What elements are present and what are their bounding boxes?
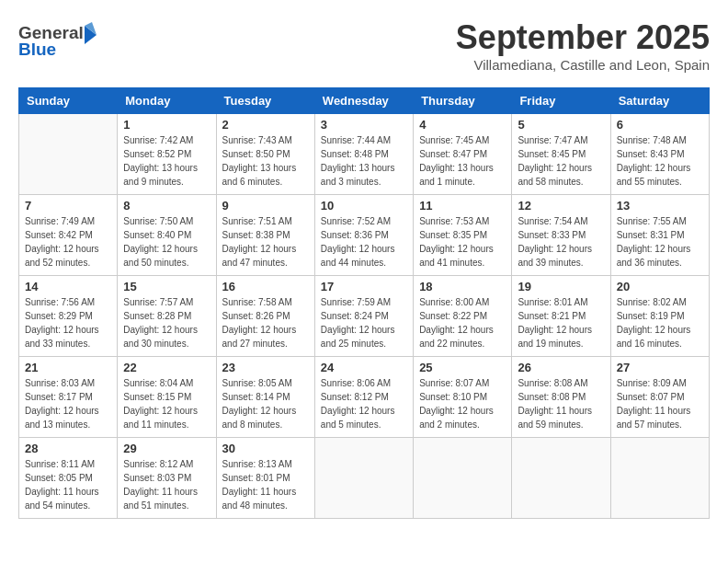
week-row-2: 7Sunrise: 7:49 AMSunset: 8:42 PMDaylight… — [19, 195, 710, 276]
calendar-cell: 22Sunrise: 8:04 AMSunset: 8:15 PMDayligh… — [118, 357, 216, 438]
day-number: 7 — [25, 199, 111, 213]
calendar-cell: 24Sunrise: 8:06 AMSunset: 8:12 PMDayligh… — [314, 357, 413, 438]
day-number: 8 — [123, 199, 210, 213]
day-number: 12 — [518, 199, 604, 213]
day-number: 19 — [518, 280, 604, 293]
day-number: 30 — [222, 442, 309, 455]
calendar-cell: 23Sunrise: 8:05 AMSunset: 8:14 PMDayligh… — [216, 357, 314, 438]
calendar-cell: 29Sunrise: 8:12 AMSunset: 8:03 PMDayligh… — [118, 438, 216, 519]
calendar-cell: 6Sunrise: 7:48 AMSunset: 8:43 PMDaylight… — [610, 114, 709, 195]
day-number: 3 — [321, 118, 407, 132]
calendar-cell: 20Sunrise: 8:02 AMSunset: 8:19 PMDayligh… — [610, 276, 709, 357]
title-section: September 2025 Villamediana, Castille an… — [456, 18, 710, 73]
weekday-header-row: SundayMondayTuesdayWednesdayThursdayFrid… — [19, 88, 710, 114]
day-info: Sunrise: 7:54 AMSunset: 8:33 PMDaylight:… — [518, 214, 604, 270]
day-info: Sunrise: 8:03 AMSunset: 8:17 PMDaylight:… — [25, 376, 111, 431]
day-number: 27 — [617, 361, 703, 374]
day-info: Sunrise: 7:47 AMSunset: 8:45 PMDaylight:… — [518, 133, 604, 189]
day-info: Sunrise: 7:53 AMSunset: 8:35 PMDaylight:… — [419, 214, 506, 270]
day-number: 9 — [222, 199, 309, 213]
calendar-cell: 30Sunrise: 8:13 AMSunset: 8:01 PMDayligh… — [216, 438, 314, 519]
calendar-cell: 16Sunrise: 7:58 AMSunset: 8:26 PMDayligh… — [216, 276, 314, 357]
page-header: General Blue September 2025 Villamediana… — [18, 18, 710, 73]
day-number: 11 — [419, 199, 506, 213]
day-info: Sunrise: 7:44 AMSunset: 8:48 PMDaylight:… — [321, 133, 407, 189]
calendar-cell: 28Sunrise: 8:11 AMSunset: 8:05 PMDayligh… — [19, 438, 118, 519]
day-number: 18 — [419, 280, 506, 293]
calendar-cell: 15Sunrise: 7:57 AMSunset: 8:28 PMDayligh… — [118, 276, 216, 357]
calendar-cell: 2Sunrise: 7:43 AMSunset: 8:50 PMDaylight… — [216, 114, 314, 195]
calendar-cell: 14Sunrise: 7:56 AMSunset: 8:29 PMDayligh… — [19, 276, 118, 357]
day-number: 10 — [321, 199, 407, 213]
day-info: Sunrise: 7:56 AMSunset: 8:29 PMDaylight:… — [25, 295, 111, 350]
calendar-cell: 27Sunrise: 8:09 AMSunset: 8:07 PMDayligh… — [610, 357, 709, 438]
weekday-header-thursday: Thursday — [414, 88, 512, 114]
week-row-4: 21Sunrise: 8:03 AMSunset: 8:17 PMDayligh… — [19, 357, 710, 438]
calendar-cell — [314, 438, 413, 519]
week-row-5: 28Sunrise: 8:11 AMSunset: 8:05 PMDayligh… — [19, 438, 710, 519]
day-info: Sunrise: 8:08 AMSunset: 8:08 PMDaylight:… — [518, 376, 604, 431]
day-number: 5 — [518, 118, 604, 132]
day-number: 29 — [123, 442, 210, 455]
calendar-cell: 17Sunrise: 7:59 AMSunset: 8:24 PMDayligh… — [314, 276, 413, 357]
logo-icon: General Blue — [18, 18, 101, 60]
day-number: 25 — [419, 361, 506, 374]
day-info: Sunrise: 7:43 AMSunset: 8:50 PMDaylight:… — [222, 133, 309, 189]
day-number: 22 — [123, 361, 210, 374]
day-number: 16 — [222, 280, 309, 293]
calendar-cell: 8Sunrise: 7:50 AMSunset: 8:40 PMDaylight… — [118, 195, 216, 276]
weekday-header-wednesday: Wednesday — [314, 88, 413, 114]
calendar-cell — [512, 438, 610, 519]
day-number: 17 — [321, 280, 407, 293]
weekday-header-sunday: Sunday — [19, 88, 118, 114]
day-number: 28 — [25, 442, 111, 455]
calendar-cell: 12Sunrise: 7:54 AMSunset: 8:33 PMDayligh… — [512, 195, 610, 276]
day-number: 15 — [123, 280, 210, 293]
calendar-cell: 1Sunrise: 7:42 AMSunset: 8:52 PMDaylight… — [118, 114, 216, 195]
calendar-cell: 13Sunrise: 7:55 AMSunset: 8:31 PMDayligh… — [610, 195, 709, 276]
day-info: Sunrise: 8:00 AMSunset: 8:22 PMDaylight:… — [419, 295, 506, 350]
day-number: 21 — [25, 361, 111, 374]
location: Villamediana, Castille and Leon, Spain — [456, 57, 710, 73]
day-number: 2 — [222, 118, 309, 132]
day-info: Sunrise: 7:52 AMSunset: 8:36 PMDaylight:… — [321, 214, 407, 270]
day-info: Sunrise: 8:06 AMSunset: 8:12 PMDaylight:… — [321, 376, 407, 431]
weekday-header-saturday: Saturday — [610, 88, 709, 114]
day-info: Sunrise: 8:11 AMSunset: 8:05 PMDaylight:… — [25, 457, 111, 512]
svg-text:Blue: Blue — [18, 40, 56, 59]
calendar-table: SundayMondayTuesdayWednesdayThursdayFrid… — [18, 87, 710, 519]
day-info: Sunrise: 7:51 AMSunset: 8:38 PMDaylight:… — [222, 214, 309, 270]
day-number: 6 — [617, 118, 703, 132]
day-info: Sunrise: 7:49 AMSunset: 8:42 PMDaylight:… — [25, 214, 111, 270]
day-info: Sunrise: 7:57 AMSunset: 8:28 PMDaylight:… — [123, 295, 210, 350]
day-number: 24 — [321, 361, 407, 374]
calendar-cell: 26Sunrise: 8:08 AMSunset: 8:08 PMDayligh… — [512, 357, 610, 438]
calendar-cell — [19, 114, 118, 195]
day-info: Sunrise: 7:58 AMSunset: 8:26 PMDaylight:… — [222, 295, 309, 350]
calendar-cell — [610, 438, 709, 519]
weekday-header-friday: Friday — [512, 88, 610, 114]
day-info: Sunrise: 8:04 AMSunset: 8:15 PMDaylight:… — [123, 376, 210, 431]
day-info: Sunrise: 7:50 AMSunset: 8:40 PMDaylight:… — [123, 214, 210, 270]
day-info: Sunrise: 7:45 AMSunset: 8:47 PMDaylight:… — [419, 133, 506, 189]
day-info: Sunrise: 7:42 AMSunset: 8:52 PMDaylight:… — [123, 133, 210, 189]
day-number: 1 — [123, 118, 210, 132]
calendar-cell: 10Sunrise: 7:52 AMSunset: 8:36 PMDayligh… — [314, 195, 413, 276]
day-info: Sunrise: 7:59 AMSunset: 8:24 PMDaylight:… — [321, 295, 407, 350]
week-row-1: 1Sunrise: 7:42 AMSunset: 8:52 PMDaylight… — [19, 114, 710, 195]
day-info: Sunrise: 8:09 AMSunset: 8:07 PMDaylight:… — [617, 376, 703, 431]
calendar-cell: 11Sunrise: 7:53 AMSunset: 8:35 PMDayligh… — [414, 195, 512, 276]
day-number: 4 — [419, 118, 506, 132]
calendar-cell: 7Sunrise: 7:49 AMSunset: 8:42 PMDaylight… — [19, 195, 118, 276]
day-info: Sunrise: 8:01 AMSunset: 8:21 PMDaylight:… — [518, 295, 604, 350]
calendar-cell: 21Sunrise: 8:03 AMSunset: 8:17 PMDayligh… — [19, 357, 118, 438]
month-title: September 2025 — [456, 18, 710, 57]
calendar-cell: 5Sunrise: 7:47 AMSunset: 8:45 PMDaylight… — [512, 114, 610, 195]
calendar-cell — [414, 438, 512, 519]
calendar-cell: 9Sunrise: 7:51 AMSunset: 8:38 PMDaylight… — [216, 195, 314, 276]
calendar-cell: 25Sunrise: 8:07 AMSunset: 8:10 PMDayligh… — [414, 357, 512, 438]
day-info: Sunrise: 8:02 AMSunset: 8:19 PMDaylight:… — [617, 295, 703, 350]
day-number: 23 — [222, 361, 309, 374]
day-number: 13 — [617, 199, 703, 213]
day-info: Sunrise: 8:13 AMSunset: 8:01 PMDaylight:… — [222, 457, 309, 512]
